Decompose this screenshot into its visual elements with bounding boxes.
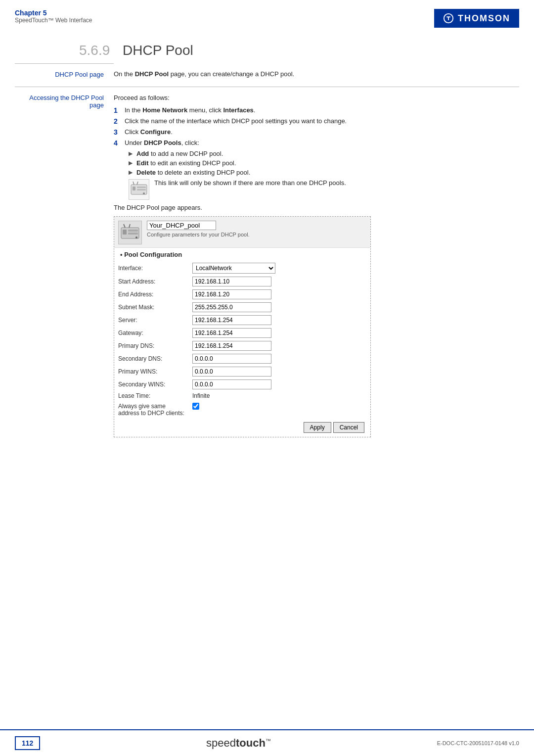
sub-bullet-edit-text: Edit to edit an existing DHCP pool. — [136, 159, 236, 167]
thomson-logo: THOMSON — [434, 9, 519, 28]
field-end-value[interactable] — [188, 288, 370, 301]
step-2-num: 2 — [114, 117, 125, 125]
page-footer: 112 speedtouch™ E-DOC-CTC-20051017-0148 … — [0, 729, 534, 756]
dhcp-pool-screenshot: Configure parameters for your DHCP pool.… — [114, 216, 371, 437]
section2-label: Accessing the DHCP Pool page — [15, 94, 104, 109]
subnet-mask-input[interactable] — [192, 302, 271, 312]
dhcp-configure-text: Configure parameters for your DHCP pool. — [147, 232, 250, 237]
field-end-label: End Address: — [114, 288, 188, 301]
dhcp-screenshot-header: Configure parameters for your DHCP pool. — [114, 217, 370, 248]
always-same-checkbox[interactable] — [192, 403, 199, 410]
secondary-wins-input[interactable] — [192, 379, 271, 389]
step-1-num: 1 — [114, 106, 125, 114]
field-subnet-label: Subnet Mask: — [114, 301, 188, 314]
section2-label-col: Accessing the DHCP Pool page — [15, 87, 114, 446]
step-2-text: Click the name of the interface which DH… — [125, 117, 347, 125]
section1-label: DHCP Pool page — [15, 71, 104, 78]
note-text: This link will only be shown if there ar… — [154, 179, 346, 187]
step-1-text: In the Home Network menu, click Interfac… — [125, 106, 255, 114]
field-secondary-dns-value[interactable] — [188, 352, 370, 365]
field-secondary-dns: Secondary DNS: — [114, 352, 370, 365]
section2-content: Proceed as follows: 1 In the Home Networ… — [114, 87, 519, 446]
field-always-same-address: Always give same address to DHCP clients… — [114, 401, 370, 418]
page-header: Chapter 5 SpeedTouch™ Web Interface THOM… — [0, 0, 534, 28]
start-address-input[interactable] — [192, 277, 271, 286]
field-secondary-wins-value[interactable] — [188, 378, 370, 391]
field-interface-label: Interface: — [114, 261, 188, 275]
thomson-logo-icon — [443, 13, 454, 24]
field-subnet-mask: Subnet Mask: — [114, 301, 370, 314]
chapter-title: Chapter 5 — [15, 9, 92, 17]
page-title-number: 5.6.9 — [79, 43, 110, 58]
svg-point-5 — [143, 192, 145, 194]
svg-rect-10 — [128, 230, 138, 232]
chapter-info: Chapter 5 SpeedTouch™ Web Interface — [15, 9, 92, 24]
end-address-input[interactable] — [192, 289, 271, 299]
dhcp-pool-name-input[interactable] — [147, 221, 216, 230]
server-input[interactable] — [192, 315, 271, 325]
cancel-button[interactable]: Cancel — [333, 422, 364, 433]
intro-text: Proceed as follows: — [114, 94, 519, 101]
field-lease-time-value: Infinite — [188, 391, 370, 401]
field-always-same-value[interactable] — [188, 401, 370, 418]
footer-brand-tm: ™ — [266, 738, 271, 744]
sub-bullet-edit: ▶ Edit to edit an existing DHCP pool. — [129, 159, 519, 167]
step-4: 4 Under DHCP Pools, click: — [114, 139, 519, 147]
field-subnet-value[interactable] — [188, 301, 370, 314]
field-primary-dns-value[interactable] — [188, 339, 370, 352]
primary-dns-input[interactable] — [192, 341, 271, 351]
field-primary-dns-label: Primary DNS: — [114, 339, 188, 352]
step-3: 3 Click Configure. — [114, 128, 519, 136]
field-primary-dns: Primary DNS: — [114, 339, 370, 352]
page-title: 5.6.9 DHCP Pool — [79, 43, 519, 58]
appears-text: The DHCP Pool page appears. — [114, 204, 519, 211]
dhcp-pool-page-section: DHCP Pool page On the DHCP Pool page, yo… — [15, 63, 519, 87]
section1-label-col: DHCP Pool page — [15, 63, 114, 87]
step-4-num: 4 — [114, 139, 125, 147]
field-gateway: Gateway: — [114, 327, 370, 339]
dhcp-form-table: Interface: LocalNetwork Start Address: — [114, 261, 370, 418]
field-primary-wins-value[interactable] — [188, 365, 370, 378]
svg-line-7 — [137, 182, 138, 185]
bullet-arrow-edit: ▶ — [129, 160, 133, 166]
field-interface: Interface: LocalNetwork — [114, 261, 370, 275]
lease-time-text: Infinite — [192, 392, 210, 399]
main-content: DHCP Pool page On the DHCP Pool page, yo… — [0, 63, 534, 446]
svg-rect-11 — [128, 233, 138, 235]
step-3-num: 3 — [114, 128, 125, 136]
field-lease-time: Lease Time: Infinite — [114, 391, 370, 401]
svg-line-6 — [133, 182, 134, 185]
dhcp-router-icon — [118, 221, 142, 244]
field-start-value[interactable] — [188, 275, 370, 288]
field-end-address: End Address: — [114, 288, 370, 301]
field-secondary-wins-label: Secondary WINS: — [114, 378, 188, 391]
step-1: 1 In the Home Network menu, click Interf… — [114, 106, 519, 114]
apply-button[interactable]: Apply — [304, 422, 331, 433]
footer-doc-ref: E-DOC-CTC-20051017-0148 v1.0 — [437, 740, 519, 746]
note-box: This link will only be shown if there ar… — [129, 179, 519, 200]
svg-rect-9 — [123, 230, 127, 235]
svg-point-14 — [135, 236, 137, 238]
footer-brand: speedtouch™ — [206, 737, 271, 750]
field-server-label: Server: — [114, 314, 188, 327]
field-gateway-label: Gateway: — [114, 327, 188, 339]
page-number-box: 112 — [15, 736, 40, 750]
field-secondary-dns-label: Secondary DNS: — [114, 352, 188, 365]
sub-bullet-delete-text: Delete to delete an existing DHCP pool. — [136, 169, 250, 176]
field-gateway-value[interactable] — [188, 327, 370, 339]
field-primary-wins-label: Primary WINS: — [114, 365, 188, 378]
gateway-input[interactable] — [192, 328, 271, 338]
button-row: Apply Cancel — [114, 418, 370, 437]
interface-select[interactable]: LocalNetwork — [192, 263, 275, 274]
page-title-area: 5.6.9 DHCP Pool — [0, 28, 534, 63]
sub-bullet-add-text: Add to add a new DCHP pool. — [136, 150, 223, 157]
primary-wins-input[interactable] — [192, 367, 271, 377]
step-2: 2 Click the name of the interface which … — [114, 117, 519, 125]
field-lease-time-label: Lease Time: — [114, 391, 188, 401]
secondary-dns-input[interactable] — [192, 354, 271, 364]
field-server-value[interactable] — [188, 314, 370, 327]
field-interface-value[interactable]: LocalNetwork — [188, 261, 370, 275]
router-svg — [120, 223, 140, 242]
dhcp-header-text: Configure parameters for your DHCP pool. — [147, 221, 250, 237]
step-3-text: Click Configure. — [125, 128, 173, 136]
